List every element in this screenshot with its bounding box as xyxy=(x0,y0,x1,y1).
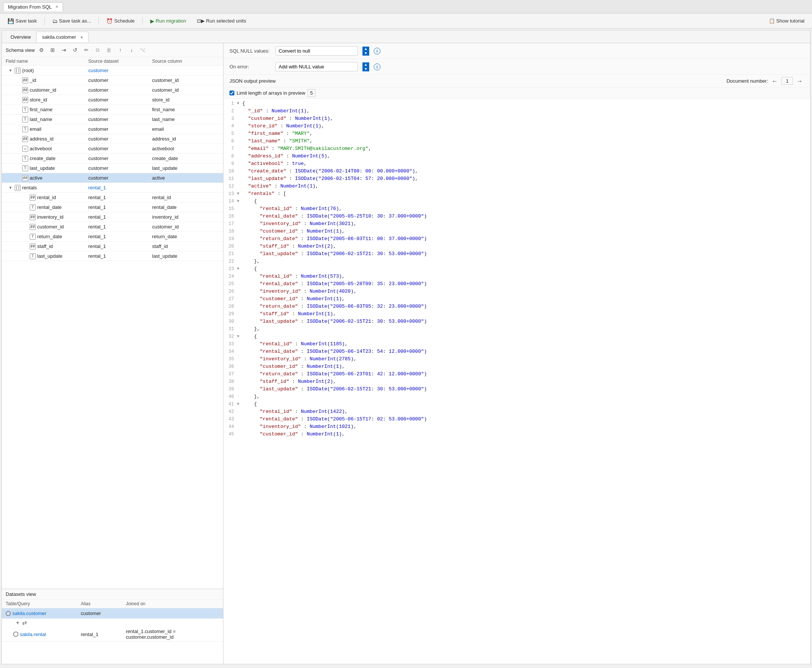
schema-refresh-icon[interactable]: ↺ xyxy=(71,45,80,55)
tree-row[interactable]: ##activecustomeractive xyxy=(2,173,223,183)
run-migration-button[interactable]: ▶ Run migration xyxy=(147,17,189,25)
collapse-arrow[interactable]: ▼ xyxy=(237,101,242,105)
null-decrement-btn[interactable]: ▼ xyxy=(362,51,369,56)
tree-row[interactable]: Tcreate_datecustomercreate_date xyxy=(2,154,223,164)
line-number: 39 xyxy=(223,386,237,392)
sakila-tab-close[interactable]: × xyxy=(80,35,83,40)
tree-row[interactable]: ##rental_idrental_1rental_id xyxy=(2,193,223,202)
tree-row[interactable]: ▼[]rentalsrental_1 xyxy=(2,183,223,193)
field-type-icon: [] xyxy=(15,185,21,191)
dataset-row[interactable]: sakila.customer customer xyxy=(2,608,223,619)
schema-grid-icon[interactable]: ⊞ xyxy=(48,45,57,55)
json-content: "staff_id" : NumberInt(2), xyxy=(242,379,810,384)
source-column-cell: address_id xyxy=(152,136,219,142)
null-settings-row: SQL NULL values: Convert to null ▲ ▼ i xyxy=(223,43,810,59)
show-tutorial-button[interactable]: 📋 Show tutorial xyxy=(766,17,807,25)
schema-settings-icon[interactable]: ⚙ xyxy=(37,45,46,55)
tree-row[interactable]: Tlast_updatecustomerlast_update xyxy=(2,164,223,173)
collapse-arrow[interactable]: ▼ xyxy=(237,191,242,196)
source-column-cell: customer_id xyxy=(152,87,219,93)
field-name-cell: ##customer_id xyxy=(6,87,88,93)
tree-row[interactable]: Tfirst_namecustomerfirst_name xyxy=(2,105,223,115)
dataset-joined-on-2: rental_1.customer_id = customer.customer… xyxy=(126,628,219,640)
collapse-arrow xyxy=(237,168,242,169)
error-select[interactable]: Add with NULL value xyxy=(275,62,358,72)
null-increment-btn[interactable]: ▲ xyxy=(362,47,369,51)
schema-up-icon[interactable]: ↑ xyxy=(116,45,125,55)
collapse-arrow[interactable]: ▼ xyxy=(237,266,242,271)
tree-row[interactable]: ##staff_idrental_1staff_id xyxy=(2,242,223,251)
tree-row[interactable]: Trental_daterental_1rental_date xyxy=(2,202,223,212)
null-info-icon[interactable]: i xyxy=(374,48,380,55)
tree-row[interactable]: ▼[](root)customer xyxy=(2,66,223,75)
expand-arrow[interactable]: ▼ xyxy=(8,68,13,72)
error-decrement-btn[interactable]: ▼ xyxy=(362,67,369,72)
expand-arrow[interactable]: ▼ xyxy=(8,185,13,190)
collapse-arrow xyxy=(237,371,242,372)
main-tab-close[interactable]: × xyxy=(56,4,58,9)
doc-next-btn[interactable]: → xyxy=(795,78,804,85)
schema-down-icon[interactable]: ↓ xyxy=(127,45,136,55)
dataset-row-2[interactable]: sakila.rental rental_1 rental_1.customer… xyxy=(2,627,223,642)
tree-row[interactable]: Treturn_daterental_1return_date xyxy=(2,232,223,242)
collapse-arrow[interactable]: ▼ xyxy=(237,334,242,339)
schema-import-icon[interactable]: ⇥ xyxy=(59,45,68,55)
json-content: "staff_id" : NumberInt(2), xyxy=(242,244,810,249)
json-line: 32▼ { xyxy=(223,333,810,341)
collapse-arrow[interactable]: ▼ xyxy=(237,199,242,203)
collapse-arrow[interactable]: ▼ xyxy=(237,401,242,406)
source-dataset-cell: customer xyxy=(88,77,152,83)
overview-tab[interactable]: Overview xyxy=(5,32,37,42)
tree-row[interactable]: Temailcustomeremail xyxy=(2,124,223,134)
schema-transform-icon[interactable]: ⌥ xyxy=(138,45,147,55)
tree-row[interactable]: ##address_idcustomeraddress_id xyxy=(2,134,223,144)
save-icon: 💾 xyxy=(8,18,14,24)
tree-row[interactable]: Tlast_updaterental_1last_update xyxy=(2,251,223,261)
tree-row[interactable]: ☑activeboolcustomeractivebool xyxy=(2,144,223,154)
error-increment-btn[interactable]: ▲ xyxy=(362,62,369,67)
collapse-arrow xyxy=(237,319,242,319)
schema-edit-icon[interactable]: ✏ xyxy=(82,45,91,55)
schedule-button[interactable]: ⏰ Schedule xyxy=(103,17,137,25)
source-link[interactable]: customer xyxy=(88,68,108,73)
tree-row[interactable]: ##customer_idrental_1customer_id xyxy=(2,222,223,232)
tree-row[interactable]: ##customer_idcustomercustomer_id xyxy=(2,85,223,95)
run-selected-button[interactable]: ⊡▶ Run selected units xyxy=(194,17,249,25)
json-content: "return_date" : ISODate("2005-06-03T11: … xyxy=(242,236,810,242)
limit-arrays-checkbox[interactable] xyxy=(230,90,234,95)
dataset-alias: customer xyxy=(81,611,126,616)
field-name: return_date xyxy=(37,234,62,239)
line-number: 40 xyxy=(223,394,237,399)
main-tab[interactable]: Migration From SQL × xyxy=(3,2,63,11)
json-content: "store_id" : NumberInt(1), xyxy=(242,123,810,129)
save-task-as-button[interactable]: 🗂 Save task as... xyxy=(49,17,94,25)
dataset-table-link-2[interactable]: sakila.rental xyxy=(20,631,46,637)
field-name-cell: ##customer_id xyxy=(6,224,88,230)
null-select[interactable]: Convert to null xyxy=(275,46,358,56)
collapse-arrow xyxy=(237,356,242,357)
json-content: "return_date" : ISODate("2005-06-03T05: … xyxy=(242,304,810,309)
tree-row[interactable]: ##_idcustomercustomer_id xyxy=(2,75,223,85)
json-content: "rental_date" : ISODate("2005-06-14T23: … xyxy=(242,349,810,354)
field-name-cell: Tlast_update xyxy=(6,253,88,259)
line-number: 5 xyxy=(223,131,237,136)
source-column-cell: last_name xyxy=(152,117,219,122)
collapse-arrow xyxy=(237,281,242,282)
tree-row[interactable]: Tlast_namecustomerlast_name xyxy=(2,115,223,124)
json-line: 10 "create_date" : ISODate("2006-02-14T0… xyxy=(223,168,810,175)
schema-copy-icon[interactable]: ⧉ xyxy=(93,45,102,55)
doc-prev-btn[interactable]: ← xyxy=(770,78,779,85)
collapse-arrow xyxy=(237,379,242,379)
line-number: 41 xyxy=(223,401,237,407)
tree-row[interactable]: ##inventory_idrental_1inventory_id xyxy=(2,212,223,222)
error-info-icon[interactable]: i xyxy=(374,63,380,70)
sakila-customer-tab[interactable]: sakila.customer × xyxy=(37,32,88,42)
collapse-arrow xyxy=(237,296,242,297)
dataset-table-link[interactable]: sakila.customer xyxy=(12,611,46,616)
save-task-button[interactable]: 💾 Save task xyxy=(5,17,40,25)
expand-join-arrow[interactable]: ▼ xyxy=(15,620,20,626)
tree-row[interactable]: ##store_idcustomerstore_id xyxy=(2,95,223,105)
source-link[interactable]: rental_1 xyxy=(88,185,106,190)
schema-delete-icon[interactable]: 🗑 xyxy=(104,45,113,55)
line-number: 4 xyxy=(223,123,237,129)
